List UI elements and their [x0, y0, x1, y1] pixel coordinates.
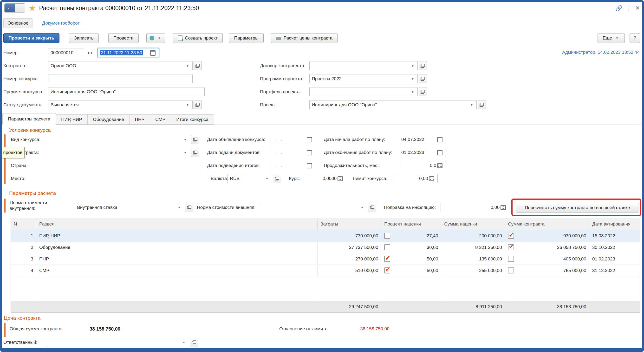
- currency-open-button[interactable]: [273, 174, 281, 183]
- chevron-down-icon[interactable]: ▾: [410, 77, 415, 81]
- create-project-button[interactable]: Создать проект: [173, 33, 223, 43]
- table-row[interactable]: 1 ПИР, НИР 730 000,00 27,40 200 000,00 9…: [11, 230, 640, 242]
- docs-date-field[interactable]: . .: [270, 148, 316, 157]
- post-split-button[interactable]: ▾: [146, 33, 165, 43]
- tab-equipment[interactable]: Оборудование: [88, 114, 130, 125]
- tender-kind-field[interactable]: ▾: [46, 135, 190, 144]
- announce-date-field[interactable]: . .: [270, 135, 316, 144]
- datetime-field[interactable]: 21.11.2022 11:23:50: [98, 48, 159, 57]
- table-header-cell[interactable]: Процент наценки: [381, 218, 441, 230]
- responsible-field[interactable]: ▾: [47, 338, 189, 347]
- contract-field[interactable]: ▾: [309, 61, 418, 70]
- favorite-star-icon[interactable]: ★: [29, 4, 36, 12]
- number-field[interactable]: 000000010: [48, 48, 84, 57]
- close-icon[interactable]: ×: [635, 4, 640, 12]
- place-field[interactable]: [46, 174, 202, 183]
- program-open-button[interactable]: [419, 74, 427, 83]
- calendar-button[interactable]: [306, 148, 313, 157]
- more-button[interactable]: Еще ▾: [598, 33, 625, 43]
- contract-sum-checkbox[interactable]: [508, 233, 514, 239]
- tab-smr[interactable]: СМР: [150, 114, 171, 125]
- inner-rate-field[interactable]: Внутренняя ставка ▾: [75, 203, 184, 212]
- recalc-by-external-rate-button[interactable]: Пересчитать сумму контракта по внешней с…: [516, 203, 639, 212]
- calendar-button[interactable]: [436, 135, 444, 144]
- calendar-button[interactable]: [306, 161, 313, 170]
- table-row[interactable]: 2 Оборудование 27 737 500,00 30,00 8 321…: [11, 242, 640, 253]
- post-and-close-button[interactable]: Провести и закрыть: [3, 33, 60, 43]
- start-date-field[interactable]: 04.07.2022: [399, 135, 446, 144]
- outer-rate-field[interactable]: ▾: [259, 203, 367, 212]
- tab-results[interactable]: Итоги конкурса: [171, 114, 214, 125]
- outer-rate-open-button[interactable]: [368, 203, 376, 212]
- table-row[interactable]: 4 СМР 510 000,00 50,00 255 000,00 765 00…: [11, 265, 640, 276]
- table-header-cell[interactable]: Сумма контракта: [505, 218, 589, 230]
- limit-field[interactable]: 0,00: [393, 174, 438, 183]
- contract-sum-checkbox[interactable]: [508, 256, 514, 262]
- back-button[interactable]: ←: [4, 4, 15, 12]
- table-empty-area[interactable]: [11, 276, 640, 301]
- percent-checkbox[interactable]: [384, 244, 390, 250]
- country-field[interactable]: [46, 161, 202, 170]
- subject-field[interactable]: Инжиниринг для ООО "Орион": [48, 87, 205, 96]
- chevron-down-icon[interactable]: ▾: [185, 64, 190, 68]
- tab-pir-nir[interactable]: ПИР, НИР: [56, 114, 88, 125]
- chevron-down-icon[interactable]: ▾: [182, 150, 188, 155]
- save-button[interactable]: Записать: [69, 33, 99, 43]
- percent-checkbox[interactable]: [384, 256, 390, 262]
- tender-number-field[interactable]: [48, 74, 192, 83]
- contract-kind-open-button[interactable]: [191, 148, 199, 157]
- chevron-down-icon[interactable]: ▾: [176, 205, 182, 210]
- calc-button[interactable]: [428, 174, 435, 183]
- forward-button[interactable]: →: [15, 4, 25, 12]
- help-button[interactable]: ?: [630, 33, 640, 43]
- inflation-field[interactable]: 0,00: [440, 203, 509, 212]
- contractor-field[interactable]: Орион ООО ▾: [48, 61, 192, 70]
- project-field[interactable]: Инжиниринг для ООО "Орион" ▾: [309, 100, 477, 109]
- end-date-field[interactable]: 01.02.2023: [399, 148, 446, 157]
- tab-docflow-link[interactable]: Документооборот: [42, 21, 80, 26]
- chevron-down-icon[interactable]: ▾: [469, 103, 474, 107]
- post-button[interactable]: Провести: [108, 33, 139, 43]
- kebab-menu-icon[interactable]: ⋮: [626, 5, 632, 11]
- author-stamp-link[interactable]: Администратор, 14.02.2023 13:52:44: [562, 50, 640, 55]
- chevron-down-icon[interactable]: ▾: [185, 103, 190, 107]
- table-row[interactable]: 3 ПНР 270 000,00 50,00 135 000,00 405 00…: [11, 253, 640, 265]
- chevron-down-icon[interactable]: ▾: [264, 176, 270, 181]
- contract-sum-checkbox[interactable]: [508, 267, 514, 273]
- chevron-down-icon[interactable]: ▾: [410, 90, 415, 94]
- contract-sum-checkbox[interactable]: [508, 244, 514, 250]
- chevron-down-icon[interactable]: ▾: [181, 340, 186, 344]
- calendar-button[interactable]: [306, 135, 313, 144]
- calendar-button[interactable]: [149, 49, 156, 57]
- contract-open-button[interactable]: [419, 61, 427, 70]
- rate-field[interactable]: 0,0000: [303, 174, 346, 183]
- table-header-cell[interactable]: Дата актирования: [589, 218, 640, 230]
- chevron-down-icon[interactable]: ▾: [410, 64, 415, 68]
- status-open-button[interactable]: [194, 100, 202, 109]
- table-header-cell[interactable]: Сумма наценки: [441, 218, 505, 230]
- currency-field[interactable]: RUB ▾: [228, 174, 272, 183]
- chevron-down-icon[interactable]: ▾: [360, 205, 365, 210]
- results-date-field[interactable]: . .: [270, 161, 316, 170]
- contractor-open-button[interactable]: [194, 61, 202, 70]
- parameters-button[interactable]: Параметры: [229, 33, 264, 43]
- tab-pnr[interactable]: ПНР: [129, 114, 150, 125]
- table-header-cell[interactable]: Раздел: [36, 218, 318, 230]
- tab-main[interactable]: Основное: [3, 18, 32, 28]
- tender-kind-open-button[interactable]: [191, 135, 199, 144]
- status-field[interactable]: Выполняется ▾: [48, 100, 192, 109]
- responsible-open-button[interactable]: [190, 338, 198, 347]
- price-calc-print-button[interactable]: Расчет цены контракта: [271, 33, 338, 43]
- calc-button[interactable]: [500, 203, 507, 212]
- percent-checkbox[interactable]: [384, 233, 390, 239]
- calc-button[interactable]: [336, 174, 344, 183]
- table-header-cell[interactable]: Затраты: [318, 218, 381, 230]
- get-link-icon[interactable]: [616, 5, 622, 11]
- inner-rate-open-button[interactable]: [185, 203, 193, 212]
- program-field[interactable]: Проекты 2022 ▾: [309, 74, 418, 83]
- chevron-down-icon[interactable]: ▾: [182, 137, 188, 142]
- duration-field[interactable]: 0,0: [399, 161, 446, 170]
- portfolio-open-button[interactable]: [419, 87, 427, 96]
- portfolio-field[interactable]: ▾: [309, 87, 418, 96]
- project-open-button[interactable]: [478, 100, 486, 109]
